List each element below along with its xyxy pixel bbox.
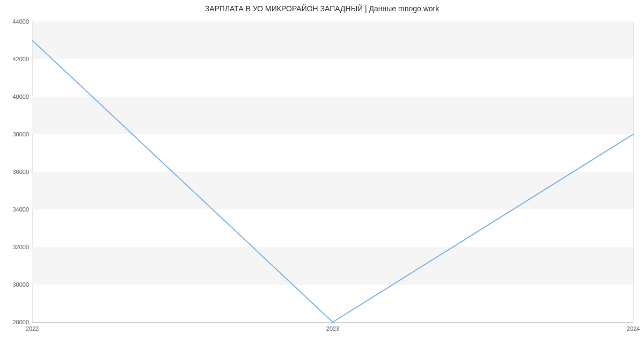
line-layer [32, 21, 633, 322]
plot-area: 2800030000320003400036000380004000042000… [32, 21, 633, 323]
y-tick-label: 42000 [12, 56, 32, 62]
y-tick-label: 32000 [12, 244, 32, 250]
y-tick-label: 36000 [12, 169, 32, 175]
x-gridline [633, 21, 634, 322]
chart-title: ЗАРПЛАТА В УО МИКРОРАЙОН ЗАПАДНЫЙ | Данн… [0, 4, 644, 13]
x-tick-label: 2024 [627, 322, 640, 332]
y-tick-label: 40000 [12, 93, 32, 100]
x-tick-label: 2023 [326, 322, 339, 332]
chart-container: ЗАРПЛАТА В УО МИКРОРАЙОН ЗАПАДНЫЙ | Данн… [0, 0, 644, 349]
y-tick-label: 38000 [12, 131, 32, 137]
y-tick-label: 30000 [12, 281, 32, 288]
x-tick-label: 2022 [26, 322, 39, 332]
series-line [32, 40, 633, 322]
y-tick-label: 34000 [12, 206, 32, 213]
y-tick-label: 44000 [12, 18, 32, 25]
